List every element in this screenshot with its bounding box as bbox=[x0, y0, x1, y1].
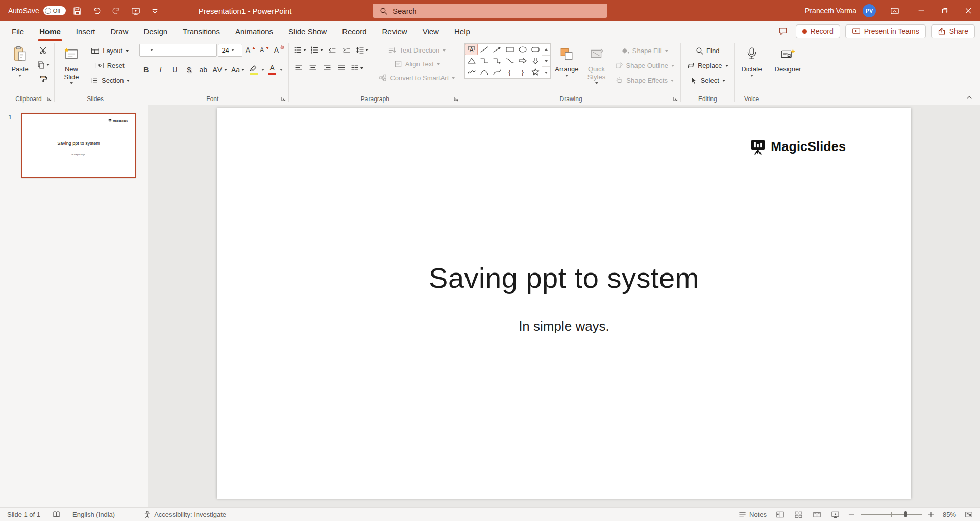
italic-button[interactable]: I bbox=[154, 64, 167, 76]
collapse-ribbon-button[interactable] bbox=[963, 92, 976, 103]
tab-slide-show[interactable]: Slide Show bbox=[281, 21, 334, 41]
tab-draw[interactable]: Draw bbox=[103, 21, 136, 41]
maximize-restore-button[interactable] bbox=[933, 0, 957, 21]
font-size-select[interactable]: 24 bbox=[218, 44, 242, 57]
zoom-in-button[interactable] bbox=[926, 508, 936, 521]
zoom-level[interactable]: 85% bbox=[940, 508, 959, 521]
tab-transitions[interactable]: Transitions bbox=[175, 21, 228, 41]
shape-elbow-connector-icon[interactable] bbox=[478, 55, 491, 66]
notes-button[interactable]: Notes bbox=[737, 508, 769, 521]
undo-button[interactable] bbox=[89, 3, 105, 18]
tab-file[interactable]: File bbox=[4, 21, 32, 41]
start-presentation-button[interactable] bbox=[128, 3, 143, 18]
paste-button[interactable]: Paste bbox=[6, 43, 34, 77]
share-button[interactable]: Share bbox=[931, 24, 975, 38]
customize-quick-access-toolbar-button[interactable] bbox=[148, 3, 163, 18]
designer-button[interactable]: Designer bbox=[772, 43, 804, 73]
drawing-dialog-launcher[interactable] bbox=[671, 95, 679, 103]
slide-sorter-view-button[interactable] bbox=[791, 508, 805, 521]
find-button[interactable]: Find bbox=[684, 44, 731, 57]
user-name[interactable]: Praneeth Varma bbox=[805, 7, 856, 15]
decrease-font-size-button[interactable]: A bbox=[258, 44, 271, 56]
bullets-button[interactable] bbox=[292, 44, 308, 56]
slide-info[interactable]: Slide 1 of 1 bbox=[5, 508, 42, 521]
tab-home[interactable]: Home bbox=[32, 21, 68, 41]
shape-elbow-arrow-connector-icon[interactable] bbox=[491, 55, 503, 66]
shapes-gallery-up-button[interactable] bbox=[542, 44, 550, 55]
layout-button[interactable]: Layout bbox=[87, 44, 133, 57]
shape-outline-button[interactable]: Shape Outline bbox=[612, 59, 677, 72]
tab-help[interactable]: Help bbox=[447, 21, 478, 41]
shape-arrow-down-icon[interactable] bbox=[529, 55, 542, 66]
slide-subtitle-text[interactable]: In simple ways. bbox=[217, 318, 911, 334]
minimize-button[interactable] bbox=[910, 0, 933, 21]
slide-title-text[interactable]: Saving ppt to system bbox=[217, 261, 911, 294]
shape-triangle-icon[interactable] bbox=[465, 55, 478, 66]
shape-rounded-rectangle-icon[interactable] bbox=[529, 44, 542, 55]
reading-view-button[interactable] bbox=[810, 508, 824, 521]
select-button[interactable]: Select bbox=[684, 74, 731, 87]
close-button[interactable] bbox=[957, 0, 980, 21]
shape-line-icon[interactable] bbox=[478, 44, 491, 55]
strikethrough-button[interactable]: ab bbox=[197, 64, 210, 76]
search-box[interactable]: Search bbox=[373, 4, 607, 18]
section-button[interactable]: Section bbox=[87, 74, 133, 87]
align-right-button[interactable] bbox=[321, 62, 334, 75]
tab-insert[interactable]: Insert bbox=[68, 21, 103, 41]
zoom-out-button[interactable] bbox=[846, 508, 856, 521]
shape-arc-icon[interactable] bbox=[478, 66, 491, 78]
tab-view[interactable]: View bbox=[415, 21, 447, 41]
convert-to-smartart-button[interactable]: Convert to SmartArt bbox=[376, 71, 458, 84]
font-dialog-launcher[interactable] bbox=[279, 95, 287, 103]
text-direction-button[interactable]: Text Direction bbox=[376, 44, 458, 57]
normal-view-button[interactable] bbox=[773, 508, 787, 521]
autosave-toggle[interactable]: Off bbox=[43, 6, 66, 15]
align-left-button[interactable] bbox=[292, 62, 305, 75]
arrange-button[interactable]: Arrange bbox=[552, 43, 581, 77]
align-text-button[interactable]: Align Text bbox=[376, 58, 458, 70]
character-spacing-button[interactable]: AV bbox=[211, 64, 229, 76]
reset-button[interactable]: Reset bbox=[87, 59, 133, 72]
avatar[interactable]: PV bbox=[863, 4, 876, 17]
shape-curved-connector-icon[interactable] bbox=[503, 55, 516, 66]
increase-indent-button[interactable] bbox=[340, 44, 353, 56]
shape-left-brace-icon[interactable]: { bbox=[503, 66, 516, 78]
change-case-button[interactable]: Aa bbox=[230, 64, 246, 76]
shape-curve-icon[interactable] bbox=[491, 66, 503, 78]
justify-button[interactable] bbox=[335, 62, 348, 75]
shape-text-box-icon[interactable]: A bbox=[465, 44, 478, 55]
spelling-check-button[interactable] bbox=[51, 508, 62, 521]
shape-line-arrow-icon[interactable] bbox=[491, 44, 503, 55]
numbering-button[interactable] bbox=[309, 44, 325, 56]
decrease-indent-button[interactable] bbox=[326, 44, 339, 56]
ribbon-display-options-button[interactable] bbox=[887, 3, 902, 18]
slide-thumbnail[interactable]: MagicSlides Saving ppt to system In simp… bbox=[21, 113, 136, 178]
cut-button[interactable] bbox=[35, 44, 51, 57]
font-color-button[interactable]: A bbox=[265, 64, 279, 76]
text-shadow-button[interactable]: S bbox=[182, 64, 195, 76]
shapes-gallery-more-button[interactable] bbox=[542, 66, 550, 78]
magicslides-logo[interactable]: MagicSlides bbox=[749, 138, 846, 155]
align-center-button[interactable] bbox=[306, 62, 320, 75]
format-painter-button[interactable] bbox=[35, 73, 51, 85]
zoom-slider[interactable] bbox=[861, 510, 922, 519]
clipboard-dialog-launcher[interactable] bbox=[45, 95, 53, 103]
shape-right-brace-icon[interactable]: } bbox=[516, 66, 529, 78]
text-highlight-color-button[interactable] bbox=[247, 64, 260, 76]
new-slide-button[interactable]: New Slide bbox=[58, 43, 85, 84]
tab-animations[interactable]: Animations bbox=[228, 21, 281, 41]
shapes-gallery-down-button[interactable] bbox=[542, 55, 550, 67]
quick-styles-button[interactable]: Quick Styles bbox=[583, 43, 610, 84]
tab-record[interactable]: Record bbox=[334, 21, 374, 41]
copy-button[interactable] bbox=[35, 59, 51, 71]
present-in-teams-button[interactable]: Present in Teams bbox=[845, 24, 926, 38]
zoom-slider-thumb[interactable] bbox=[904, 511, 907, 517]
save-button[interactable] bbox=[70, 3, 85, 18]
shape-effects-button[interactable]: Shape Effects bbox=[612, 74, 677, 87]
shape-oval-icon[interactable] bbox=[516, 44, 529, 55]
language-status-button[interactable]: English (India) bbox=[70, 508, 117, 521]
increase-font-size-button[interactable]: A bbox=[243, 44, 257, 56]
redo-button[interactable] bbox=[109, 3, 124, 18]
columns-button[interactable] bbox=[349, 62, 365, 75]
accessibility-status-button[interactable]: Accessibility: Investigate bbox=[141, 508, 228, 521]
